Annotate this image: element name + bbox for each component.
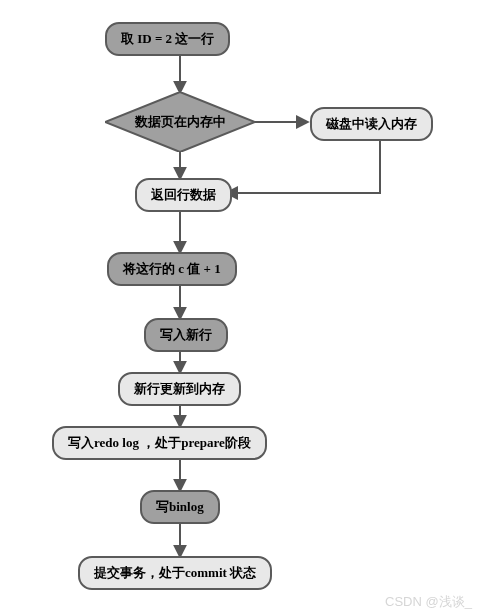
node-label: 数据页在内存中 <box>135 113 226 131</box>
node-update-memory: 新行更新到内存 <box>118 372 241 406</box>
node-redo-log-prepare: 写入redo log ，处于prepare阶段 <box>52 426 267 460</box>
node-label: 新行更新到内存 <box>134 380 225 398</box>
node-read-from-disk: 磁盘中读入内存 <box>310 107 433 141</box>
node-label: 写binlog <box>156 498 204 516</box>
node-label: 取 ID = 2 这一行 <box>121 30 214 48</box>
watermark: CSDN @浅谈_ <box>385 593 472 611</box>
node-decision-page-in-memory: 数据页在内存中 <box>105 92 255 152</box>
node-return-row: 返回行数据 <box>135 178 232 212</box>
node-label: 磁盘中读入内存 <box>326 115 417 133</box>
node-label: 返回行数据 <box>151 186 216 204</box>
node-increment-c: 将这行的 c 值 + 1 <box>107 252 237 286</box>
node-fetch-id: 取 ID = 2 这一行 <box>105 22 230 56</box>
node-label: 写入新行 <box>160 326 212 344</box>
node-label: 提交事务，处于commit 状态 <box>94 564 256 582</box>
node-label: 将这行的 c 值 + 1 <box>123 260 221 278</box>
node-write-binlog: 写binlog <box>140 490 220 524</box>
node-label: 写入redo log ，处于prepare阶段 <box>68 434 251 452</box>
node-write-new-row: 写入新行 <box>144 318 228 352</box>
node-commit: 提交事务，处于commit 状态 <box>78 556 272 590</box>
